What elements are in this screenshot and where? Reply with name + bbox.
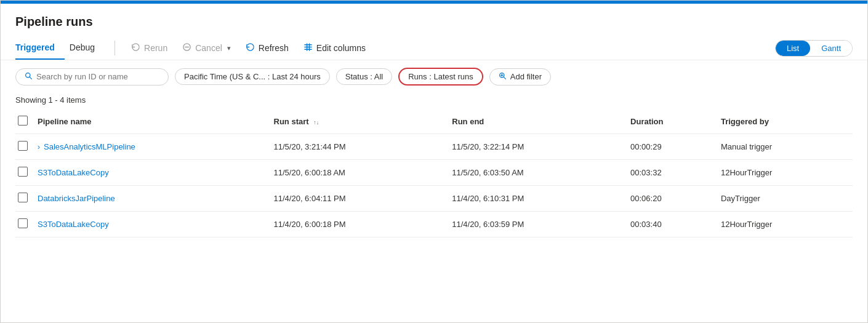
header-triggered-by: Triggered by: [721, 110, 853, 134]
filters-bar: Pacific Time (US & C... : Last 24 hours …: [1, 60, 867, 93]
add-filter-button[interactable]: Add filter: [489, 68, 551, 86]
row-2-checkbox-cell[interactable]: [15, 186, 38, 212]
toolbar-actions: Rerun Cancel ▾: [125, 39, 853, 57]
table-body: ›SalesAnalyticsMLPipeline11/5/20, 3:21:4…: [15, 134, 853, 237]
row-0-checkbox-cell[interactable]: [15, 134, 38, 160]
tab-divider: [115, 41, 115, 55]
row-checkbox-0[interactable]: [18, 141, 28, 151]
status-filter-label: Status : All: [345, 72, 383, 81]
row-0-run-end: 11/5/20, 3:22:14 PM: [452, 134, 630, 160]
refresh-button[interactable]: Refresh: [239, 39, 295, 57]
row-1-run-start: 11/5/20, 6:00:18 AM: [274, 160, 452, 186]
row-0-triggered-by: Manual trigger: [721, 134, 853, 160]
table-row: DatabricksJarPipeline11/4/20, 6:04:11 PM…: [15, 186, 853, 212]
header-run-end: Run end: [452, 110, 630, 134]
sort-icon[interactable]: ↑↓: [313, 119, 319, 126]
cancel-dropdown-icon[interactable]: ▾: [227, 44, 231, 52]
view-toggle: List Gantt: [775, 40, 853, 57]
cancel-icon: [182, 42, 191, 54]
header-pipeline-name: Pipeline name: [38, 110, 274, 134]
row-3-duration: 00:03:40: [630, 212, 721, 237]
header-run-start[interactable]: Run start ↑↓: [274, 110, 452, 134]
items-count: Showing 1 - 4 items: [1, 93, 867, 110]
table-header-row: Pipeline name Run start ↑↓ Run end Durat…: [15, 110, 853, 134]
svg-line-8: [30, 77, 31, 79]
select-all-checkbox[interactable]: [18, 116, 28, 126]
header-checkbox[interactable]: [15, 110, 38, 134]
row-0-run-start: 11/5/20, 3:21:44 PM: [274, 134, 452, 160]
row-checkbox-3[interactable]: [18, 218, 28, 228]
row-2-pipeline-name[interactable]: DatabricksJarPipeline: [38, 186, 274, 212]
row-0-duration: 00:00:29: [630, 134, 721, 160]
row-2-run-start: 11/4/20, 6:04:11 PM: [274, 186, 452, 212]
add-filter-label: Add filter: [510, 72, 542, 81]
list-view-button[interactable]: List: [776, 41, 810, 56]
row-2-run-end: 11/4/20, 6:10:31 PM: [452, 186, 630, 212]
table-row: S3ToDataLakeCopy11/5/20, 6:00:18 AM11/5/…: [15, 160, 853, 186]
search-filter-icon: [25, 72, 33, 82]
add-filter-icon: [499, 72, 507, 82]
row-1-checkbox-cell[interactable]: [15, 160, 38, 186]
row-3-pipeline-name[interactable]: S3ToDataLakeCopy: [38, 212, 274, 237]
time-filter-label: Pacific Time (US & C... : Last 24 hours: [184, 72, 321, 81]
row-2-triggered-by: DayTrigger: [721, 186, 853, 212]
table-row: S3ToDataLakeCopy11/4/20, 6:00:18 PM11/4/…: [15, 212, 853, 237]
cancel-button[interactable]: Cancel ▾: [176, 39, 237, 57]
refresh-label: Refresh: [259, 43, 289, 53]
pipeline-runs-table: Pipeline name Run start ↑↓ Run end Durat…: [15, 110, 853, 237]
row-1-duration: 00:03:32: [630, 160, 721, 186]
row-3-triggered-by: 12HourTrigger: [721, 212, 853, 237]
header-duration: Duration: [630, 110, 721, 134]
gantt-view-button[interactable]: Gantt: [810, 41, 852, 56]
search-input[interactable]: [36, 72, 159, 81]
row-3-run-start: 11/4/20, 6:00:18 PM: [274, 212, 452, 237]
row-1-triggered-by: 12HourTrigger: [721, 160, 853, 186]
table-row: ›SalesAnalyticsMLPipeline11/5/20, 3:21:4…: [15, 134, 853, 160]
refresh-icon: [246, 42, 255, 54]
row-3-checkbox-cell[interactable]: [15, 212, 38, 237]
status-filter-pill[interactable]: Status : All: [336, 68, 392, 85]
svg-line-10: [504, 77, 505, 79]
expand-btn-0[interactable]: ›: [38, 143, 40, 151]
tab-debug[interactable]: Debug: [70, 36, 105, 60]
rerun-icon: [131, 42, 140, 54]
search-pill[interactable]: [15, 68, 169, 86]
page-title: Pipeline runs: [1, 4, 867, 36]
rerun-button[interactable]: Rerun: [125, 39, 174, 57]
row-checkbox-2[interactable]: [18, 193, 28, 202]
table-container: Pipeline name Run start ↑↓ Run end Durat…: [1, 110, 867, 237]
cancel-label: Cancel: [195, 43, 222, 53]
row-1-run-end: 11/5/20, 6:03:50 AM: [452, 160, 630, 186]
toolbar: Triggered Debug Rerun: [1, 36, 867, 60]
time-filter-pill[interactable]: Pacific Time (US & C... : Last 24 hours: [175, 68, 330, 85]
tab-triggered[interactable]: Triggered: [15, 36, 65, 60]
edit-columns-label: Edit columns: [316, 43, 366, 53]
row-0-pipeline-name[interactable]: ›SalesAnalyticsMLPipeline: [38, 134, 274, 160]
row-2-duration: 00:06:20: [630, 186, 721, 212]
runs-filter-label: Runs : Latest runs: [408, 72, 473, 81]
page-container: Pipeline runs Triggered Debug Rerun: [0, 0, 868, 323]
edit-columns-button[interactable]: Edit columns: [297, 39, 372, 57]
row-3-run-end: 11/4/20, 6:03:59 PM: [452, 212, 630, 237]
row-checkbox-1[interactable]: [18, 167, 28, 177]
edit-columns-icon: [303, 42, 313, 54]
runs-filter-pill[interactable]: Runs : Latest runs: [398, 68, 483, 86]
row-1-pipeline-name[interactable]: S3ToDataLakeCopy: [38, 160, 274, 186]
rerun-label: Rerun: [144, 43, 167, 53]
